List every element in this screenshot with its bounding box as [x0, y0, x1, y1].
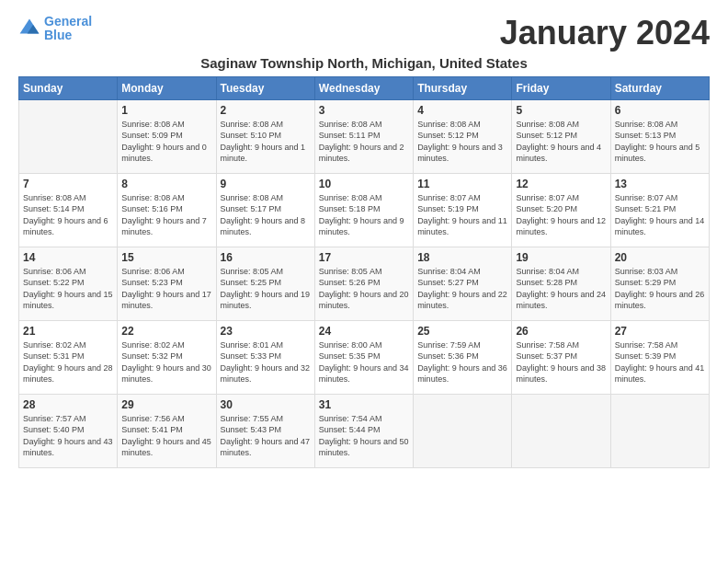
- day-info: Sunrise: 7:56 AMSunset: 5:41 PMDaylight:…: [121, 413, 211, 459]
- day-info: Sunrise: 7:54 AMSunset: 5:44 PMDaylight:…: [319, 413, 409, 459]
- day-number: 22: [121, 325, 211, 338]
- day-number: 6: [615, 104, 705, 117]
- weekday-header-tuesday: Tuesday: [216, 76, 314, 99]
- day-number: 10: [319, 178, 409, 190]
- day-number: 19: [516, 251, 606, 264]
- week-row-5: 28Sunrise: 7:57 AMSunset: 5:40 PMDayligh…: [19, 394, 710, 467]
- day-cell: 3Sunrise: 8:08 AMSunset: 5:11 PMDaylight…: [314, 99, 413, 173]
- day-cell: [414, 394, 512, 467]
- day-cell: 15Sunrise: 8:06 AMSunset: 5:23 PMDayligh…: [118, 247, 216, 320]
- day-info: Sunrise: 8:08 AMSunset: 5:12 PMDaylight:…: [417, 119, 507, 165]
- day-info: Sunrise: 8:00 AMSunset: 5:35 PMDaylight:…: [319, 339, 409, 385]
- day-info: Sunrise: 8:03 AMSunset: 5:29 PMDaylight:…: [615, 266, 705, 312]
- day-cell: 21Sunrise: 8:02 AMSunset: 5:31 PMDayligh…: [19, 320, 118, 394]
- day-cell: 5Sunrise: 8:08 AMSunset: 5:12 PMDaylight…: [512, 99, 610, 173]
- day-cell: 4Sunrise: 8:08 AMSunset: 5:12 PMDaylight…: [414, 99, 512, 173]
- week-row-1: 1Sunrise: 8:08 AMSunset: 5:09 PMDaylight…: [19, 99, 710, 173]
- day-info: Sunrise: 8:05 AMSunset: 5:26 PMDaylight:…: [319, 266, 409, 312]
- day-cell: 23Sunrise: 8:01 AMSunset: 5:33 PMDayligh…: [216, 320, 314, 394]
- day-info: Sunrise: 8:08 AMSunset: 5:14 PMDaylight:…: [23, 192, 113, 238]
- day-info: Sunrise: 8:07 AMSunset: 5:21 PMDaylight:…: [615, 192, 705, 238]
- day-cell: 28Sunrise: 7:57 AMSunset: 5:40 PMDayligh…: [19, 394, 118, 467]
- day-info: Sunrise: 8:02 AMSunset: 5:31 PMDaylight:…: [23, 339, 113, 385]
- day-cell: [610, 394, 709, 467]
- day-cell: 8Sunrise: 8:08 AMSunset: 5:16 PMDaylight…: [118, 173, 216, 247]
- header: General Blue January 2024: [18, 15, 710, 52]
- day-cell: 22Sunrise: 8:02 AMSunset: 5:32 PMDayligh…: [118, 320, 216, 394]
- day-number: 16: [221, 251, 311, 264]
- logo-line2: Blue: [44, 28, 72, 42]
- day-info: Sunrise: 8:08 AMSunset: 5:09 PMDaylight:…: [121, 119, 211, 165]
- day-info: Sunrise: 8:06 AMSunset: 5:22 PMDaylight:…: [23, 266, 113, 312]
- day-info: Sunrise: 7:58 AMSunset: 5:39 PMDaylight:…: [615, 339, 705, 385]
- day-cell: 29Sunrise: 7:56 AMSunset: 5:41 PMDayligh…: [118, 394, 216, 467]
- month-title: January 2024: [500, 15, 710, 52]
- day-number: 21: [23, 325, 113, 338]
- day-number: 9: [221, 178, 311, 190]
- day-cell: 10Sunrise: 8:08 AMSunset: 5:18 PMDayligh…: [314, 173, 413, 247]
- day-cell: 6Sunrise: 8:08 AMSunset: 5:13 PMDaylight…: [610, 99, 709, 173]
- day-number: 28: [23, 398, 113, 411]
- day-number: 17: [319, 251, 409, 264]
- weekday-header-row: SundayMondayTuesdayWednesdayThursdayFrid…: [19, 76, 710, 99]
- day-cell: 30Sunrise: 7:55 AMSunset: 5:43 PMDayligh…: [216, 394, 314, 467]
- day-number: 14: [23, 251, 113, 264]
- day-cell: 19Sunrise: 8:04 AMSunset: 5:28 PMDayligh…: [512, 247, 610, 320]
- day-cell: 7Sunrise: 8:08 AMSunset: 5:14 PMDaylight…: [19, 173, 118, 247]
- day-info: Sunrise: 7:57 AMSunset: 5:40 PMDaylight:…: [23, 413, 113, 459]
- page-container: General Blue January 2024 Saginaw Townsh…: [0, 0, 728, 477]
- day-number: 8: [121, 178, 211, 190]
- day-info: Sunrise: 7:59 AMSunset: 5:36 PMDaylight:…: [417, 339, 507, 385]
- day-cell: 12Sunrise: 8:07 AMSunset: 5:20 PMDayligh…: [512, 173, 610, 247]
- day-number: 15: [121, 251, 211, 264]
- weekday-header-saturday: Saturday: [610, 76, 709, 99]
- day-cell: 2Sunrise: 8:08 AMSunset: 5:10 PMDaylight…: [216, 99, 314, 173]
- day-info: Sunrise: 8:07 AMSunset: 5:19 PMDaylight:…: [417, 192, 507, 238]
- day-number: 23: [221, 325, 311, 338]
- day-cell: 24Sunrise: 8:00 AMSunset: 5:35 PMDayligh…: [314, 320, 413, 394]
- logo-text: General Blue: [44, 15, 92, 43]
- day-info: Sunrise: 8:08 AMSunset: 5:13 PMDaylight:…: [615, 119, 705, 165]
- day-cell: 16Sunrise: 8:05 AMSunset: 5:25 PMDayligh…: [216, 247, 314, 320]
- day-info: Sunrise: 7:55 AMSunset: 5:43 PMDaylight:…: [221, 413, 311, 459]
- day-cell: 25Sunrise: 7:59 AMSunset: 5:36 PMDayligh…: [414, 320, 512, 394]
- day-number: 3: [319, 104, 409, 117]
- day-cell: 1Sunrise: 8:08 AMSunset: 5:09 PMDaylight…: [118, 99, 216, 173]
- day-number: 7: [23, 178, 113, 190]
- day-number: 27: [615, 325, 705, 338]
- day-cell: [19, 99, 118, 173]
- day-number: 4: [417, 104, 507, 117]
- logo: General Blue: [18, 15, 92, 43]
- day-cell: 20Sunrise: 8:03 AMSunset: 5:29 PMDayligh…: [610, 247, 709, 320]
- day-number: 20: [615, 251, 705, 264]
- day-info: Sunrise: 8:05 AMSunset: 5:25 PMDaylight:…: [221, 266, 311, 312]
- calendar-body: 1Sunrise: 8:08 AMSunset: 5:09 PMDaylight…: [19, 99, 710, 467]
- week-row-2: 7Sunrise: 8:08 AMSunset: 5:14 PMDaylight…: [19, 173, 710, 247]
- day-info: Sunrise: 8:06 AMSunset: 5:23 PMDaylight:…: [121, 266, 211, 312]
- day-info: Sunrise: 8:04 AMSunset: 5:28 PMDaylight:…: [516, 266, 606, 312]
- day-info: Sunrise: 8:01 AMSunset: 5:33 PMDaylight:…: [221, 339, 311, 385]
- weekday-header-friday: Friday: [512, 76, 610, 99]
- logo-line1: General: [44, 14, 92, 29]
- week-row-3: 14Sunrise: 8:06 AMSunset: 5:22 PMDayligh…: [19, 247, 710, 320]
- day-number: 13: [615, 178, 705, 190]
- day-number: 31: [319, 398, 409, 411]
- calendar-table: SundayMondayTuesdayWednesdayThursdayFrid…: [18, 76, 710, 468]
- title-block: January 2024: [500, 15, 710, 52]
- day-number: 25: [417, 325, 507, 338]
- day-cell: 17Sunrise: 8:05 AMSunset: 5:26 PMDayligh…: [314, 247, 413, 320]
- day-info: Sunrise: 8:08 AMSunset: 5:16 PMDaylight:…: [121, 192, 211, 238]
- day-info: Sunrise: 8:08 AMSunset: 5:11 PMDaylight:…: [319, 119, 409, 165]
- day-cell: 27Sunrise: 7:58 AMSunset: 5:39 PMDayligh…: [610, 320, 709, 394]
- day-info: Sunrise: 8:08 AMSunset: 5:12 PMDaylight:…: [516, 119, 606, 165]
- weekday-header-sunday: Sunday: [19, 76, 118, 99]
- week-row-4: 21Sunrise: 8:02 AMSunset: 5:31 PMDayligh…: [19, 320, 710, 394]
- day-cell: 14Sunrise: 8:06 AMSunset: 5:22 PMDayligh…: [19, 247, 118, 320]
- day-number: 24: [319, 325, 409, 338]
- logo-icon: [18, 17, 40, 40]
- day-number: 29: [121, 398, 211, 411]
- day-cell: 9Sunrise: 8:08 AMSunset: 5:17 PMDaylight…: [216, 173, 314, 247]
- day-number: 5: [516, 104, 606, 117]
- calendar-header: SundayMondayTuesdayWednesdayThursdayFrid…: [19, 76, 710, 99]
- day-cell: 13Sunrise: 8:07 AMSunset: 5:21 PMDayligh…: [610, 173, 709, 247]
